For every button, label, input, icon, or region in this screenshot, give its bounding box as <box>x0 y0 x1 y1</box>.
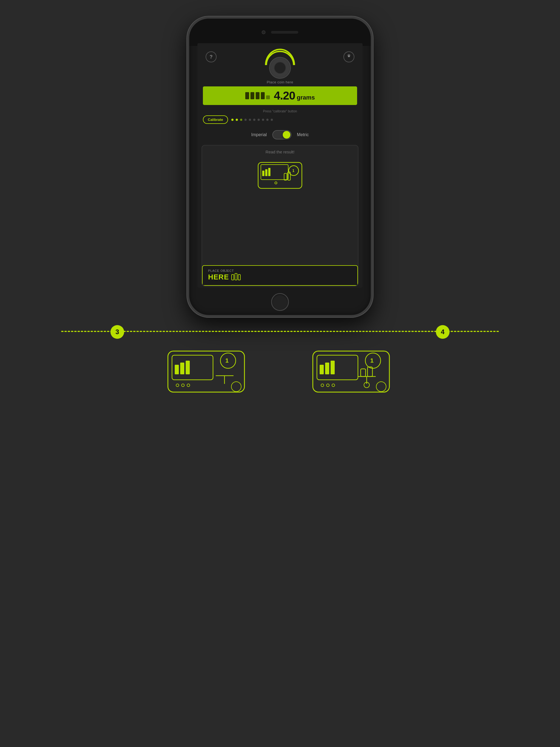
svg-rect-9 <box>284 173 287 180</box>
step-4-illustration: 1 <box>307 343 398 397</box>
bar-2 <box>251 92 254 99</box>
sensor-area: ? <box>198 43 362 79</box>
phone-top-bar <box>189 19 371 46</box>
step-dashed-line: 3 4 <box>61 331 499 332</box>
svg-rect-3 <box>262 171 264 176</box>
svg-rect-18 <box>186 361 190 374</box>
phone-device: ? <box>187 17 373 317</box>
svg-point-33 <box>327 384 329 387</box>
step-3-circle: 3 <box>110 325 124 339</box>
svg-point-21 <box>187 384 190 387</box>
volume-up-button[interactable] <box>187 68 188 83</box>
dot-2 <box>236 119 238 121</box>
settings-button[interactable] <box>343 51 354 62</box>
svg-text:1: 1 <box>292 169 295 173</box>
svg-rect-27 <box>313 351 389 392</box>
bar-1 <box>245 92 249 99</box>
toggle-track[interactable] <box>272 130 291 139</box>
svg-rect-30 <box>325 363 329 374</box>
dot-4 <box>245 119 247 121</box>
svg-text:1: 1 <box>225 357 229 364</box>
svg-rect-17 <box>180 363 184 374</box>
unit-toggle-section[interactable]: Imperial Metric <box>251 130 309 139</box>
step-3-label: 3 <box>116 328 119 336</box>
place-object-button[interactable]: place object HERE <box>202 265 358 286</box>
svg-rect-16 <box>175 365 179 374</box>
weight-unit: grams <box>297 94 315 101</box>
result-text: Read the result! <box>265 150 295 154</box>
bottom-section: 3 4 <box>0 317 560 397</box>
dot-9 <box>266 119 269 121</box>
scale-illustration: 1 <box>250 157 310 192</box>
dot-7 <box>258 119 260 121</box>
home-button[interactable] <box>271 293 289 311</box>
step-4-circle: 4 <box>436 325 450 339</box>
svg-rect-5 <box>268 168 271 176</box>
settings-icon <box>346 54 352 60</box>
step-3-illustration: 1 <box>162 343 253 397</box>
calibrate-section: Press "calibrate" button Calibrate <box>198 107 362 126</box>
calibrate-hint: Press "calibrate" button <box>263 109 297 113</box>
calibrate-row: Calibrate <box>203 115 357 124</box>
svg-point-19 <box>176 384 179 387</box>
place-object-here-row: HERE <box>208 272 242 282</box>
svg-rect-13 <box>238 275 240 280</box>
help-button[interactable]: ? <box>206 51 217 62</box>
svg-point-35 <box>376 382 386 391</box>
result-area: Read the result! <box>202 145 358 286</box>
dot-10 <box>271 119 273 121</box>
imperial-label: Imperial <box>251 132 267 137</box>
bottom-illustrations: 1 <box>162 343 398 397</box>
svg-text:1: 1 <box>370 357 374 364</box>
front-camera <box>262 30 265 34</box>
dot-1 <box>231 119 233 121</box>
svg-point-20 <box>182 384 184 387</box>
dot-3 <box>240 119 242 121</box>
place-object-small-text: place object <box>208 269 234 272</box>
svg-rect-31 <box>331 361 335 374</box>
place-coin-label: Place coin here <box>266 80 293 84</box>
weight-value-container: 4.20 grams <box>274 89 315 102</box>
dot-5 <box>249 119 251 121</box>
dot-8 <box>262 119 264 121</box>
bar-3 <box>256 92 259 99</box>
svg-rect-38 <box>361 369 365 377</box>
calibrate-button[interactable]: Calibrate <box>203 115 228 124</box>
svg-rect-4 <box>265 169 268 176</box>
toggle-thumb <box>283 131 290 138</box>
help-icon: ? <box>210 54 213 60</box>
svg-point-34 <box>332 384 335 387</box>
svg-rect-14 <box>168 351 245 392</box>
svg-point-22 <box>231 382 241 391</box>
bar-5 <box>266 96 270 99</box>
progress-dots <box>231 119 273 121</box>
dot-6 <box>253 119 255 121</box>
sensor-container <box>265 49 295 79</box>
app-content: ? <box>198 43 362 288</box>
sensor-circle <box>269 57 291 79</box>
place-object-large-text: HERE <box>208 273 229 281</box>
bar-4 <box>261 92 265 99</box>
svg-rect-11 <box>232 275 234 280</box>
svg-rect-29 <box>320 365 324 374</box>
metric-label: Metric <box>297 132 309 137</box>
phone-frame: ? <box>187 17 373 317</box>
weight-display: 4.20 grams <box>203 86 357 105</box>
step-circles: 3 4 <box>61 325 499 339</box>
step-4-label: 4 <box>441 328 444 336</box>
volume-down-button[interactable] <box>187 87 188 102</box>
power-button[interactable] <box>372 79 373 101</box>
phone-screen: ? <box>198 43 362 288</box>
weight-number: 4.20 <box>274 89 295 102</box>
bar-indicators <box>245 92 270 99</box>
svg-rect-12 <box>235 274 237 280</box>
svg-point-32 <box>321 384 324 387</box>
svg-point-6 <box>275 182 277 184</box>
phone-speaker <box>271 31 298 34</box>
